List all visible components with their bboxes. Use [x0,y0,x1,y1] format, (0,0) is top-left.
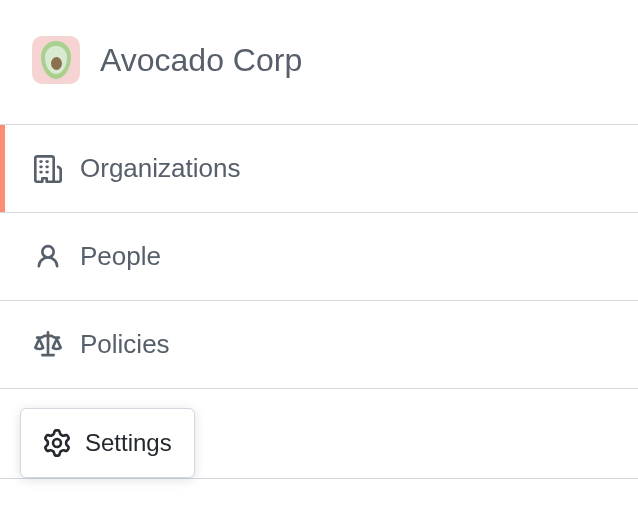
sidebar-item-settings[interactable]: Settings [20,408,195,478]
sidebar-item-label: Policies [80,329,170,360]
organization-icon [34,155,62,183]
gear-icon [43,429,71,457]
sidebar-item-label: People [80,241,161,272]
sidebar-header: Avocado Corp [0,0,638,124]
sidebar-item-label: Organizations [80,153,240,184]
sidebar-item-people[interactable]: People [0,213,638,301]
org-logo [32,36,80,84]
person-icon [34,243,62,271]
sidebar-item-policies[interactable]: Policies [0,301,638,389]
sidebar-item-organizations[interactable]: Organizations [0,125,638,213]
sidebar-item-label: Settings [85,429,172,457]
law-icon [34,331,62,359]
org-title: Avocado Corp [100,42,302,79]
